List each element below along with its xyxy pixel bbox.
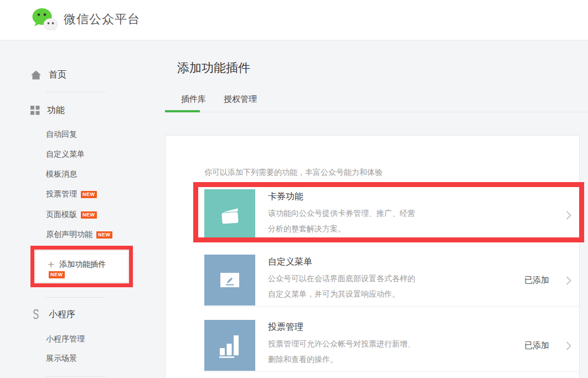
sidebar-item-add-plugin[interactable]: + 添加功能插件 NEW bbox=[30, 246, 133, 287]
home-icon bbox=[30, 70, 42, 80]
plugin-row-actions: 已添加 bbox=[524, 275, 572, 286]
sidebar-item-auto-reply[interactable]: 自动回复 bbox=[46, 129, 77, 140]
plugin-list: 卡券功能 该功能向公众号提供卡券管理、推广、经营 分析的整套解决方案。 bbox=[204, 176, 580, 372]
plugin-row-card-coupon[interactable]: 卡券功能 该功能向公众号提供卡券管理、推广、经营 分析的整套解决方案。 bbox=[204, 176, 580, 241]
grid-icon bbox=[30, 106, 40, 115]
tab-divider bbox=[165, 112, 588, 112]
plugin-title: 自定义菜单 bbox=[268, 256, 485, 268]
plugin-title: 卡券功能 bbox=[268, 191, 485, 203]
sidebar-divider bbox=[46, 297, 105, 298]
sidebar-item-label: 功能 bbox=[47, 105, 65, 116]
sidebar-item-display-scene[interactable]: 展示场景 bbox=[46, 353, 77, 364]
page-title: 添加功能插件 bbox=[177, 60, 250, 76]
status-added: 已添加 bbox=[524, 340, 549, 351]
new-badge: NEW bbox=[81, 211, 97, 219]
sidebar-item-label: 投票管理 bbox=[46, 189, 77, 199]
sidebar-item-label: 首页 bbox=[49, 69, 66, 81]
sidebar-item-page-template[interactable]: 页面模版 NEW bbox=[46, 209, 97, 220]
add-plugin-line: + 添加功能插件 bbox=[48, 258, 106, 270]
sidebar-item-label: 展示场景 bbox=[46, 354, 77, 364]
sidebar-item-miniprogram[interactable]: 小程序 bbox=[30, 308, 75, 320]
sidebar-divider bbox=[46, 92, 105, 92]
chevron-right-icon bbox=[566, 210, 572, 220]
wechat-mp-platform-page: 微信公众平台 首页 功能 自动回复 自定义菜单 模板消息 投票管理 NEW 页面… bbox=[0, 0, 588, 378]
plugin-title: 投票管理 bbox=[268, 322, 485, 333]
wechat-logo-icon bbox=[30, 7, 58, 32]
sidebar-item-vote-management[interactable]: 投票管理 NEW bbox=[46, 189, 97, 200]
sidebar-item-label: 小程序管理 bbox=[46, 334, 85, 344]
plugin-info: 自定义菜单 公众号可以在会话界面底部设置各式各样的 自定义菜单，并可为其设置响应… bbox=[255, 255, 485, 302]
tab-bar: 插件库 授权管理 bbox=[181, 94, 257, 105]
sidebar-item-label: 原创声明功能 bbox=[46, 230, 92, 240]
tab-plugin-library[interactable]: 插件库 bbox=[181, 94, 206, 105]
sidebar-item-original-statement[interactable]: 原创声明功能 NEW bbox=[46, 229, 112, 240]
sidebar-item-label: 添加功能插件 bbox=[59, 260, 106, 270]
sidebar-item-template-message[interactable]: 模板消息 bbox=[46, 169, 77, 180]
plugin-description: 公众号可以在会话界面底部设置各式各样的 自定义菜单，并可为其设置响应动作。 bbox=[268, 271, 485, 302]
sidebar-item-label: 自动回复 bbox=[46, 130, 77, 139]
plugin-info: 卡券功能 该功能向公众号提供卡券管理、推广、经营 分析的整套解决方案。 bbox=[255, 189, 485, 236]
bar-chart-icon bbox=[204, 320, 255, 371]
plugin-row-actions: 已添加 bbox=[524, 340, 572, 351]
sidebar-item-label: 自定义菜单 bbox=[46, 149, 85, 159]
miniprogram-icon bbox=[30, 309, 42, 320]
sidebar-item-features[interactable]: 功能 bbox=[30, 104, 65, 116]
card-icon bbox=[204, 189, 255, 240]
plugin-description: 该功能向公众号提供卡券管理、推广、经营 分析的整套解决方案。 bbox=[268, 205, 485, 236]
new-badge: NEW bbox=[96, 231, 112, 239]
plugin-library-panel: 你可以添加下列需要的功能，丰富公众号能力和体验 卡券功能 该功能向公众号提供卡券… bbox=[165, 135, 580, 378]
wechat-logo-link[interactable]: 微信公众平台 bbox=[30, 7, 140, 32]
plugin-row-actions bbox=[566, 210, 572, 220]
new-badge: NEW bbox=[81, 191, 97, 198]
plugin-info: 投票管理 投票管理可允许公众帐号对投票进行新增、 删除和查看的操作。 bbox=[255, 320, 485, 367]
sidebar-divider bbox=[46, 376, 105, 377]
plugin-row-vote-management[interactable]: 投票管理 投票管理可允许公众帐号对投票进行新增、 删除和查看的操作。 已添加 bbox=[204, 307, 580, 372]
tab-auth-management[interactable]: 授权管理 bbox=[224, 94, 257, 105]
pen-icon bbox=[204, 255, 255, 305]
sidebar-item-label: 模板消息 bbox=[46, 169, 77, 179]
new-badge: NEW bbox=[49, 271, 65, 278]
status-added: 已添加 bbox=[524, 275, 549, 286]
sidebar-item-miniprogram-management[interactable]: 小程序管理 bbox=[46, 334, 85, 345]
sidebar-item-label: 页面模版 bbox=[46, 210, 77, 220]
app-title: 微信公众平台 bbox=[64, 11, 140, 28]
sidebar-item-label: 小程序 bbox=[49, 309, 75, 320]
header: 微信公众平台 bbox=[0, 0, 588, 40]
sidebar-item-home[interactable]: 首页 bbox=[30, 69, 66, 81]
plugin-description: 投票管理可允许公众帐号对投票进行新增、 删除和查看的操作。 bbox=[268, 336, 485, 367]
active-tab-underline bbox=[165, 110, 200, 112]
plus-icon: + bbox=[48, 258, 54, 270]
plugin-row-custom-menu[interactable]: 自定义菜单 公众号可以在会话界面底部设置各式各样的 自定义菜单，并可为其设置响应… bbox=[204, 241, 580, 307]
chevron-right-icon bbox=[566, 341, 572, 351]
sidebar-item-custom-menu[interactable]: 自定义菜单 bbox=[46, 149, 85, 160]
chevron-right-icon bbox=[566, 276, 572, 286]
